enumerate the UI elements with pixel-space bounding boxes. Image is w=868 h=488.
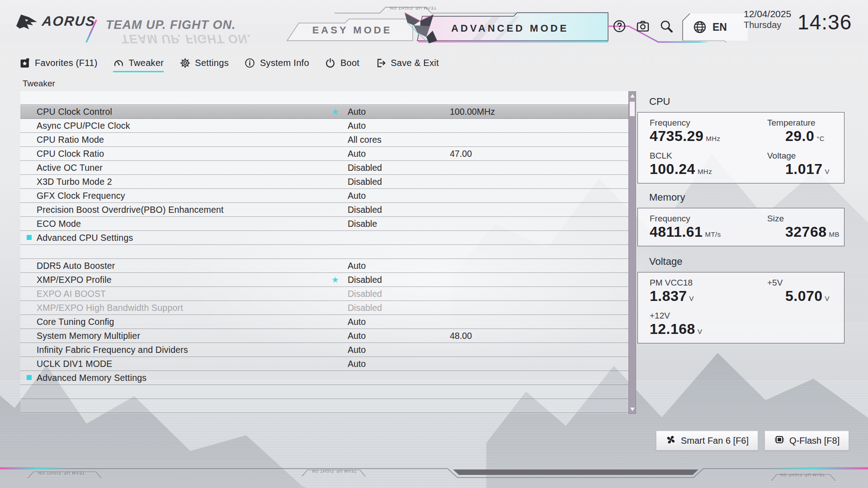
exit-icon: [375, 57, 387, 69]
setting-label: CPU Clock Ratio: [37, 149, 326, 159]
setting-row[interactable]: X3D Turbo Mode 2Disabled: [20, 175, 628, 189]
setting-row[interactable]: Advanced Memory Settings: [20, 371, 628, 385]
scroll-down-button[interactable]: [630, 408, 635, 411]
sensor-item: Size32768MB: [767, 214, 844, 240]
setting-label: Async CPU/PCIe Clock: [37, 121, 326, 131]
menu-item-favorites[interactable]: Favorites (F11): [19, 57, 98, 69]
setting-row[interactable]: Async CPU/PCIe ClockAuto: [20, 119, 628, 133]
time-label: 14:36: [797, 10, 852, 34]
chip-icon: [774, 434, 785, 447]
scroll-thumb[interactable]: [630, 102, 635, 116]
setting-label: ECO Mode: [37, 219, 326, 229]
setting-value: Auto: [339, 191, 450, 201]
sensor-item: Temperature29.0°C: [767, 118, 844, 145]
setting-row[interactable]: DDR5 Auto BoosterAuto: [20, 259, 628, 273]
footer-button-label: Q-Flash [F8]: [789, 436, 840, 446]
setting-label: Advanced Memory Settings: [37, 373, 326, 383]
menu-item-label: Favorites (F11): [35, 58, 98, 68]
setting-label: UCLK DIV1 MODE: [37, 359, 326, 369]
setting-row[interactable]: CPU Ratio ModeAll cores: [20, 133, 628, 147]
weekday-label: Thursday: [744, 20, 791, 30]
menu-item-save-exit[interactable]: Save & Exit: [375, 57, 439, 69]
setting-label: Infinity Fabric Frequency and Dividers: [37, 345, 326, 355]
sensor-value: 4735.29MHz: [650, 128, 767, 145]
screenshot-icon[interactable]: [635, 18, 651, 34]
list-top-strip: [20, 91, 628, 105]
header-icons: [611, 18, 675, 34]
sensor-unit: MHz: [698, 168, 712, 175]
sensor-item: Frequency4811.61MT/s: [650, 214, 767, 240]
help-icon[interactable]: [611, 18, 627, 34]
setting-value: Auto: [339, 317, 450, 327]
setting-row[interactable]: Infinity Fabric Frequency and DividersAu…: [20, 343, 628, 357]
menu-item-label: Tweaker: [129, 58, 164, 68]
setting-row[interactable]: CPU Clock Control★Auto100.00MHz: [20, 105, 628, 119]
setting-row[interactable]: XMP/EXPO High Bandwidth SupportDisabled: [20, 301, 628, 315]
slogan: TEAM UP. FIGHT ON. TEAM UP. FIGHT ON.: [90, 18, 236, 32]
favorite-star-icon: ★: [326, 107, 339, 117]
setting-value: Disabled: [339, 177, 450, 187]
search-icon[interactable]: [658, 18, 675, 34]
smart-fan-button[interactable]: Smart Fan 6 [F6]: [656, 431, 758, 450]
sensor-unit: V: [825, 168, 830, 175]
sensor-value: 1.017V: [767, 161, 844, 178]
sensor-unit: V: [689, 295, 694, 302]
sensor-value: 1.837V: [650, 288, 767, 305]
sensor-label: +5V: [767, 278, 844, 288]
list-spacer-row: [20, 385, 628, 399]
sensor-item: +12V12.168V: [650, 311, 767, 338]
sensor-item: PM VCC181.837V: [650, 278, 767, 305]
svg-text:EASY MODE: EASY MODE: [312, 24, 392, 36]
sensor-box: PM VCC181.837V+5V5.070V+12V12.168V: [637, 272, 844, 343]
sensor-label: Frequency: [650, 118, 767, 128]
sensor-value: 5.070V: [767, 288, 844, 305]
setting-label: Advanced CPU Settings: [37, 233, 326, 243]
footer-button-label: Smart Fan 6 [F6]: [681, 436, 749, 446]
fan-icon: [665, 434, 676, 447]
setting-label: CPU Clock Control: [37, 107, 326, 117]
favorite-star-icon: ★: [326, 275, 339, 285]
sensor-value: 4811.61MT/s: [650, 224, 767, 240]
menu-item-system-info[interactable]: System Info: [244, 57, 309, 69]
decor-glitch-text: TEAM UP. FIGHT ON.: [36, 471, 85, 475]
setting-row[interactable]: System Memory MultiplierAuto48.00: [20, 329, 628, 343]
setting-row[interactable]: UCLK DIV1 MODEAuto: [20, 357, 628, 371]
sensor-unit: °C: [816, 135, 825, 142]
tab-easy-mode[interactable]: EASY MODE: [286, 18, 414, 42]
setting-row[interactable]: CPU Clock RatioAuto47.00: [20, 147, 628, 161]
header-bar: AORUS TEAM UP. FIGHT ON. TEAM UP. FIGHT …: [0, 0, 868, 49]
info-icon: [244, 57, 256, 69]
voltage-sensor-panel: VoltagePM VCC181.837V+5V5.070V+12V12.168…: [637, 256, 844, 343]
language-selector[interactable]: EN: [681, 13, 749, 42]
submenu-bullet-icon: [27, 375, 32, 380]
setting-row[interactable]: Advanced CPU Settings: [20, 231, 628, 245]
menu-item-tweaker[interactable]: Tweaker: [113, 57, 164, 69]
sensor-unit: MHz: [706, 135, 720, 142]
sensor-group-title: Voltage: [649, 256, 844, 267]
sensor-unit: V: [825, 295, 830, 302]
menu-item-label: Settings: [195, 58, 229, 68]
setting-row[interactable]: Active OC TunerDisabled: [20, 161, 628, 175]
menu-item-boot[interactable]: Boot: [325, 57, 359, 69]
setting-value: Auto: [339, 121, 450, 131]
setting-row[interactable]: GFX Clock FrequencyAuto: [20, 189, 628, 203]
setting-row[interactable]: Core Tuning ConfigAuto: [20, 315, 628, 329]
globe-icon: [692, 19, 708, 35]
setting-value: Auto: [339, 359, 450, 369]
setting-row[interactable]: Precision Boost Overdrive(PBO) Enhanceme…: [20, 203, 628, 217]
decor-glitch-text: TEAM UP. FIGHT ON.: [310, 469, 356, 474]
sensor-group-title: CPU: [649, 96, 844, 108]
setting-value: Disabled: [339, 289, 450, 299]
language-label: EN: [712, 21, 727, 33]
q-flash-button[interactable]: Q-Flash [F8]: [764, 431, 849, 450]
menu-item-settings[interactable]: Settings: [179, 57, 229, 69]
setting-label: Core Tuning Config: [37, 317, 326, 327]
setting-row[interactable]: EXPO AI BOOSTDisabled: [20, 287, 628, 301]
sensor-item: Frequency4735.29MHz: [650, 118, 767, 145]
setting-row[interactable]: XMP/EXPO Profile★Disabled: [20, 273, 628, 287]
list-spacer-row: [20, 399, 628, 413]
sensor-unit: MT/s: [705, 230, 721, 238]
scrollbar[interactable]: [628, 91, 636, 414]
scroll-up-button[interactable]: [630, 94, 635, 98]
setting-row[interactable]: ECO ModeDisable: [20, 217, 628, 231]
